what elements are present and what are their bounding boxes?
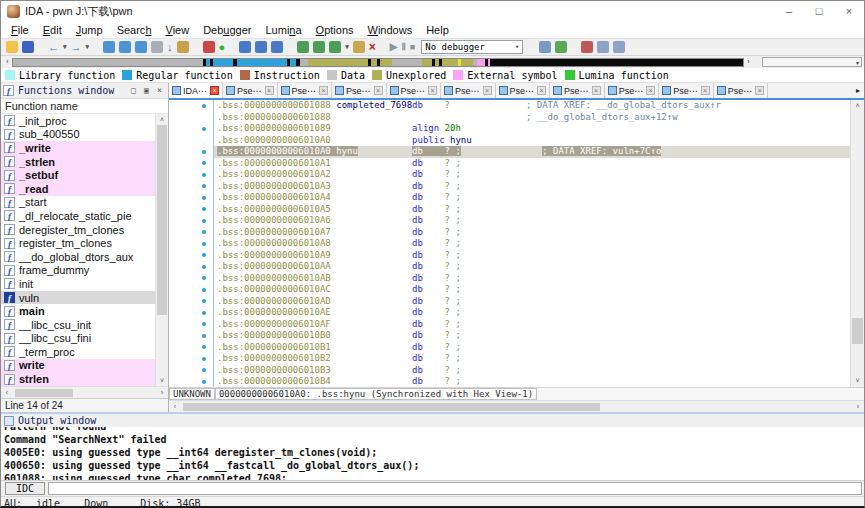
menu-item-search[interactable]: Search [110,24,159,36]
tab-pseudocode[interactable]: Pse⋯× [605,83,660,98]
breakpoint-list-icon[interactable] [581,41,593,53]
jump-segment-icon[interactable] [135,41,147,53]
disassembly-line[interactable]: .bss:00000000006010A1 db ? ; [214,158,864,170]
jump-name-icon[interactable] [119,41,131,53]
disassembly-line[interactable]: .bss:00000000006010AF db ? ; [214,319,864,331]
function-row[interactable]: f_setbuf [1,168,168,182]
debugger-combo[interactable]: No debugger▾ [421,40,523,54]
menu-item-lumina[interactable]: Lumina [259,24,309,36]
scroll-down-icon[interactable]: ˅ [851,375,864,387]
tab-close-icon[interactable]: × [428,86,437,95]
menu-item-debugger[interactable]: Debugger [196,24,258,36]
navigation-band[interactable]: ‹ › ▾ [1,56,864,68]
function-row[interactable]: f_write [1,141,168,155]
navband-track[interactable] [12,58,744,67]
function-row[interactable]: fsub_400550 [1,128,168,142]
tab-scroll-next-icon[interactable]: ▸ [852,83,864,98]
tab-close-icon[interactable]: × [483,86,492,95]
disassembly-line[interactable]: .bss:00000000006010A5 db ? ; [214,204,864,216]
disassembly-line[interactable]: .bss:00000000006010AD db ? ; [214,296,864,308]
disassembly-line[interactable]: .bss:0000000000601088 ; __do_global_dtor… [214,112,864,124]
disassembly-line[interactable]: .bss:00000000006010B2 db ? ; [214,353,864,365]
function-row[interactable]: f_read [1,182,168,196]
forward-icon[interactable]: → [71,41,82,53]
disassembly-line[interactable]: .bss:00000000006010A4 db ? ; [214,192,864,204]
scroll-right-icon[interactable]: › [156,389,168,396]
disassembly-listing[interactable]: .bss:0000000000601088 completed_7698db ?… [169,100,864,387]
function-row[interactable]: fderegister_tm_clones [1,223,168,237]
step-into-icon[interactable] [597,41,609,53]
panel-close-icon[interactable]: × [153,83,166,98]
open-file-icon[interactable] [6,41,18,53]
disassembly-line[interactable]: .bss:00000000006010A8 db ? ; [214,238,864,250]
jump-down-icon[interactable]: ↓ [167,41,173,53]
tab-close-icon[interactable]: × [646,86,655,95]
jump-binocular-icon[interactable] [103,41,115,53]
scroll-left-icon[interactable]: ‹ [169,403,181,410]
function-name-column-header[interactable]: Function name [1,99,168,114]
disassembly-horizontal-scrollbar[interactable]: ‹ › [169,400,864,412]
tab-pseudocode[interactable]: Pse⋯× [441,83,496,98]
tab-pseudocode[interactable]: Pse⋯× [550,83,605,98]
tab-close-icon[interactable]: × [265,86,274,95]
back-icon[interactable]: ← [48,41,59,53]
disassembly-vertical-scrollbar[interactable]: ˄ ˅ [850,100,864,387]
disassembly-line[interactable]: .bss:00000000006010AE db ? ; [214,307,864,319]
disassembly-line[interactable]: .bss:00000000006010AA db ? ; [214,261,864,273]
navband-left-arrow-icon[interactable]: ‹ [3,57,12,67]
back-drop-icon[interactable]: ▾ [63,41,67,53]
scroll-down-icon[interactable]: ˅ [156,375,168,386]
function-row[interactable]: fregister_tm_clones [1,236,168,250]
search-icon[interactable] [177,41,189,53]
menu-item-help[interactable]: Help [419,24,456,36]
lumina-pull-icon[interactable] [353,41,365,53]
graph-icon[interactable] [297,41,309,53]
tab-pseudocode[interactable]: Pse⋯× [496,83,551,98]
function-row[interactable]: f_strlen [1,155,168,169]
disassembly-line[interactable]: .bss:00000000006010B3 db ? ; [214,365,864,377]
function-row[interactable]: fstrlen [1,372,168,386]
function-row[interactable]: finit [1,277,168,291]
cli-input[interactable] [48,482,862,495]
step-over-icon[interactable] [613,41,625,53]
print-icon[interactable] [151,41,163,53]
cancel-icon[interactable]: × [369,41,376,53]
function-row[interactable]: fframe_dummy [1,264,168,278]
disassembly-line[interactable]: .bss:00000000006010A6 db ? ; [214,215,864,227]
menu-item-jump[interactable]: Jump [69,24,110,36]
disassembly-line[interactable]: .bss:00000000006010B1 db ? ; [214,342,864,354]
tab-ida-view[interactable]: IDA⋯× [169,83,223,98]
scrollbar-thumb[interactable] [15,389,73,397]
navband-right-arrow-icon[interactable]: › [744,57,753,67]
stop-process-icon[interactable]: ■ [410,41,415,53]
menu-item-options[interactable]: Options [309,24,361,36]
tab-close-icon[interactable]: × [374,86,383,95]
tab-close-icon[interactable]: × [319,86,328,95]
tab-close-icon[interactable]: × [592,86,601,95]
functions-window-titlebar[interactable]: f Functions window □▣× [1,83,168,99]
disassembly-line[interactable]: .bss:00000000006010AC db ? ; [214,284,864,296]
tab-close-icon[interactable]: × [210,86,219,95]
function-row[interactable]: f_term_proc [1,345,168,359]
function-row[interactable]: f_dl_relocate_static_pie [1,209,168,223]
disassembly-line[interactable]: .bss:00000000006010A2 db ? ; [214,169,864,181]
scrollbar-thumb[interactable] [183,403,600,411]
disassembly-line[interactable]: .bss:00000000006010AB db ? ; [214,273,864,285]
function-row[interactable]: f__do_global_dtors_aux [1,250,168,264]
flowchart-icon[interactable] [329,41,341,53]
functions-horizontal-scrollbar[interactable]: ‹ › [1,386,168,398]
disassembly-line[interactable]: .bss:00000000006010B4 db ? ; [214,376,864,387]
disassembly-line[interactable]: .bss:0000000000601088 completed_7698db ?… [214,100,864,112]
attach-icon[interactable] [539,41,551,53]
disassembly-line[interactable]: .bss:00000000006010A0 hynu db ? ; ; DATA… [214,146,864,158]
function-row[interactable]: f_start [1,196,168,210]
tab-pseudocode[interactable]: Pse⋯× [278,83,333,98]
function-row[interactable]: f__libc_csu_init [1,318,168,332]
output-window-titlebar[interactable]: Output window [1,414,864,427]
scroll-up-icon[interactable]: ˄ [851,100,864,112]
disassembly-line[interactable]: .bss:00000000006010B0 db ? ; [214,330,864,342]
tab-pseudocode[interactable]: Pse⋯× [387,83,442,98]
start-process-icon[interactable]: ▶ [390,41,398,53]
tab-pseudocode[interactable]: Pse⋯× [223,83,278,98]
idc-button[interactable]: IDC [5,482,45,495]
